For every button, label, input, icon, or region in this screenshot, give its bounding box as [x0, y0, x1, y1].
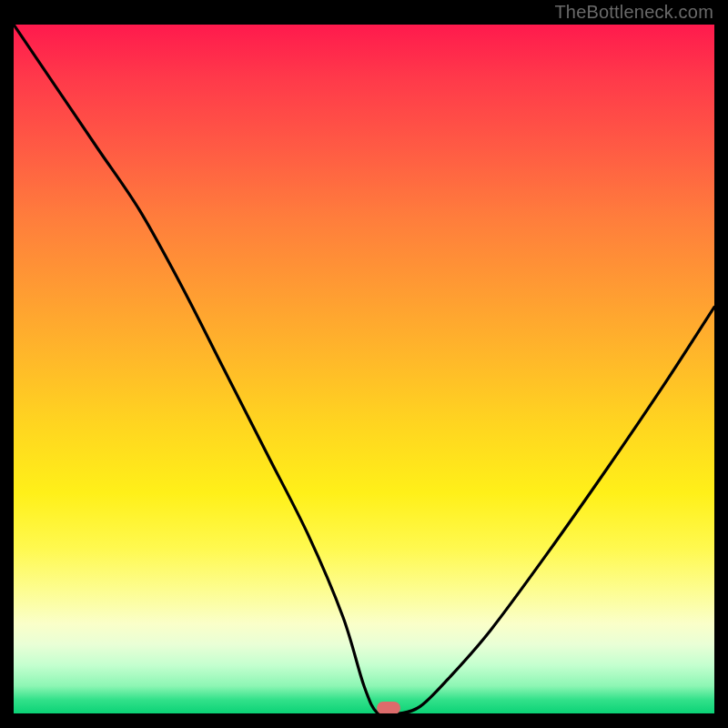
plot-area	[14, 25, 714, 713]
bottleneck-curve	[14, 25, 714, 713]
optimal-point-marker	[377, 702, 400, 713]
watermark-text: TheBottleneck.com	[554, 2, 713, 23]
